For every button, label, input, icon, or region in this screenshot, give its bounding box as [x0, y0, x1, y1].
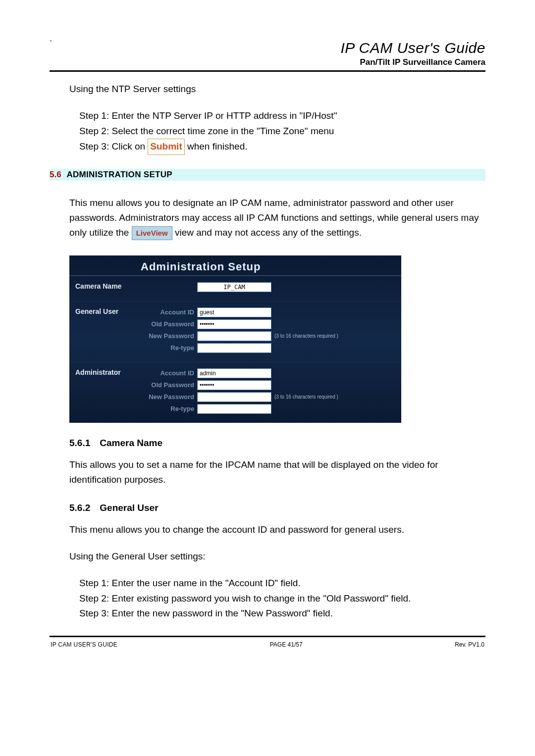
gen-new-password-input[interactable]	[197, 331, 271, 341]
footer-center-pre: PAGE	[270, 641, 288, 648]
footer-right: Rev. PV1.0	[455, 641, 484, 648]
page-header: IP CAM User's Guide Pan/Tilt IP Surveill…	[50, 40, 485, 67]
subsection-5-6-1-num: 5.6.1	[69, 438, 97, 449]
adm-new-password-label: New Password	[140, 393, 197, 401]
adm-account-id-input[interactable]	[197, 368, 271, 378]
doc-title: IP CAM User's Guide	[50, 40, 485, 56]
section-5-6-num: 5.6	[50, 170, 64, 180]
ntp-step1: Step 1: Enter the NTP Server IP or HTTP …	[79, 108, 485, 123]
general-user-label: General User	[75, 305, 140, 355]
gu-step3: Step 3: Enter the new password in the "N…	[79, 606, 485, 621]
subsection-5-6-1-title: Camera Name	[100, 438, 162, 448]
adm-retype-label: Re-type	[140, 405, 197, 412]
submit-button-ref: Submit	[148, 139, 184, 154]
administrator-row: Administrator Account ID Old Password Ne…	[69, 362, 401, 423]
ntp-heading: Using the NTP Server settings	[69, 82, 485, 97]
header-rule	[50, 70, 485, 72]
section-5-6-para: This menu allows you to designate an IP …	[69, 196, 485, 241]
gen-old-password-label: Old Password	[140, 320, 197, 328]
subsection-5-6-2: 5.6.2 General User	[69, 503, 485, 513]
admin-title-row: Administration Setup	[69, 255, 401, 276]
adm-password-note: (3 to 16 characters required )	[274, 394, 338, 400]
liveview-button-ref: LiveView	[132, 226, 172, 240]
admin-panel-title: Administration Setup	[141, 260, 261, 273]
camera-name-row: Camera Name	[69, 276, 401, 301]
subsection-5-6-2-para2: Using the General User settings:	[69, 549, 485, 564]
page-footer: IP CAM USER'S GUIDE PAGE 41/57 Rev. PV1.…	[50, 641, 485, 648]
subsection-5-6-2-title: General User	[100, 503, 158, 513]
administrator-label: Administrator	[75, 366, 140, 416]
ntp-step2: Step 2: Select the correct time zone in …	[79, 124, 485, 139]
subsection-5-6-2-para1: This menu allows you to change the accou…	[69, 522, 485, 537]
gen-password-note: (3 to 16 characters required )	[274, 333, 338, 339]
camera-name-input[interactable]	[197, 282, 271, 292]
gu-step1: Step 1: Enter the user name in the "Acco…	[79, 576, 485, 591]
adm-retype-input[interactable]	[197, 404, 271, 414]
footer-center: PAGE 41/57	[270, 641, 303, 648]
adm-account-id-label: Account ID	[140, 369, 197, 377]
general-user-row: General User Account ID Old Password New…	[69, 301, 401, 362]
adm-old-password-label: Old Password	[140, 381, 197, 389]
gen-old-password-input[interactable]	[197, 319, 271, 329]
ntp-step3: Step 3: Click on Submit when finished.	[79, 139, 485, 154]
footer-page: 41/57	[288, 641, 303, 648]
gen-retype-label: Re-type	[140, 344, 197, 352]
section-5-6-band: 5.6 ADMINISTRATION SETUP	[50, 169, 485, 181]
footer-rule	[50, 636, 485, 637]
stray-backtick: `	[50, 40, 52, 49]
subsection-5-6-1: 5.6.1 Camera Name	[69, 438, 485, 449]
ntp-step3-pre: Step 3: Click on	[79, 141, 148, 151]
admin-setup-panel: Administration Setup Camera Name General…	[69, 255, 401, 423]
gu-step2: Step 2: Enter existing password you wish…	[79, 591, 485, 606]
gen-account-id-label: Account ID	[140, 308, 197, 316]
gen-new-password-label: New Password	[140, 332, 197, 340]
doc-subtitle: Pan/Tilt IP Surveillance Camera	[50, 57, 485, 67]
adm-new-password-input[interactable]	[197, 392, 271, 402]
footer-left: IP CAM USER'S GUIDE	[51, 641, 117, 648]
subsection-5-6-1-para: This allows you to set a name for the IP…	[69, 457, 485, 488]
adm-old-password-input[interactable]	[197, 380, 271, 390]
subsection-5-6-2-num: 5.6.2	[69, 503, 97, 513]
camera-name-label: Camera Name	[75, 280, 140, 294]
gen-retype-input[interactable]	[197, 343, 271, 353]
gen-account-id-input[interactable]	[197, 307, 271, 317]
section-5-6-para-post: view and may not access any of the setti…	[175, 227, 362, 238]
ntp-step3-post: when finished.	[187, 141, 247, 151]
section-5-6-title: ADMINISTRATION SETUP	[66, 170, 172, 179]
